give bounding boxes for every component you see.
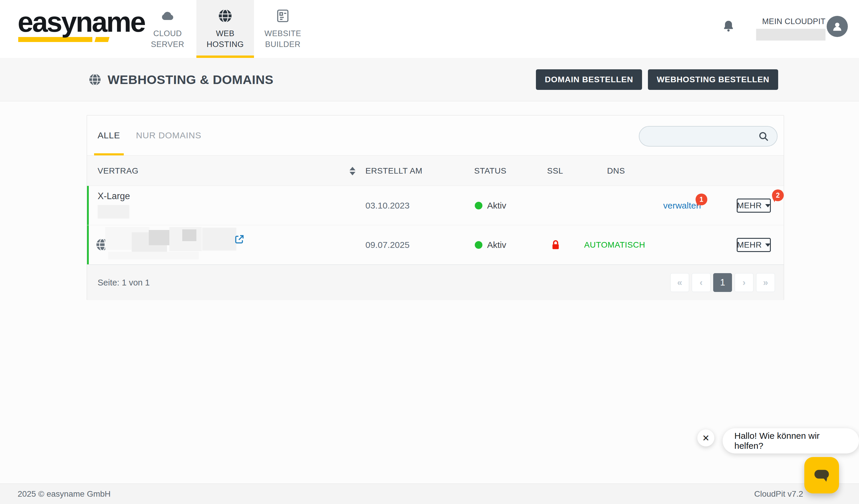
nav-label: WEBSITE BUILDER (264, 28, 301, 50)
verwalten-link[interactable]: verwalten (663, 186, 701, 225)
mehr-label: MEHR (737, 240, 762, 250)
nav-item-website-builder[interactable]: WEBSITE BUILDER (254, 0, 312, 58)
column-header-vertrag[interactable]: VERTRAG (97, 156, 138, 186)
status-dot-green (475, 202, 482, 209)
ssl-red-lock-icon[interactable] (550, 238, 561, 252)
tab-alle[interactable]: ALLE (94, 115, 124, 155)
status-cell: Aktiv (475, 186, 506, 225)
chat-bubble-icon (813, 468, 831, 483)
cloud-icon (160, 8, 175, 23)
prev-page-button[interactable]: ‹ (692, 273, 710, 292)
chevron-down-icon (765, 243, 770, 247)
external-link-icon[interactable] (234, 234, 245, 245)
nav-label: CLOUD SERVER (151, 28, 184, 50)
table-header: VERTRAG ERSTELLT AM STATUS SSL DNS (87, 155, 784, 186)
nav-label: WEB HOSTING (207, 28, 244, 50)
redacted-contract-detail (97, 205, 129, 219)
contracts-card: ALLE NUR DOMAINS VERTRAG ERSTELLT AM STA… (87, 115, 784, 300)
table-row-domain: 09.07.2025 Aktiv AUTOMATISCH MEHR (87, 225, 784, 265)
account-name-redacted (756, 29, 826, 41)
column-header-dns: DNS (607, 156, 625, 186)
copyright-text: 2025 © easyname GmbH (18, 484, 110, 504)
account-menu[interactable]: MEIN CLOUDPIT (750, 17, 826, 41)
search-box (639, 126, 778, 146)
contract-name-block: X-Large (97, 191, 130, 219)
main-nav: CLOUD SERVER WEB HOSTING WEBSITE BUILDER (139, 0, 312, 58)
nav-item-cloud-server[interactable]: CLOUD SERVER (139, 0, 196, 58)
tab-nur-domains[interactable]: NUR DOMAINS (133, 115, 205, 155)
ssl-cell (547, 225, 564, 265)
browser-builder-icon (275, 8, 290, 23)
logo-text: easyname (18, 6, 145, 38)
footer: 2025 © easyname GmbH CloudPit v7.2 (0, 484, 859, 504)
status-cell: Aktiv (475, 225, 506, 265)
created-date: 03.10.2023 (365, 186, 409, 225)
tabs-row: ALLE NUR DOMAINS (87, 115, 784, 155)
avatar[interactable] (827, 16, 848, 37)
created-date: 09.07.2025 (365, 225, 409, 265)
chat-greeting-text: Hallo! Wie können wir helfen? (734, 431, 847, 451)
pagination-bar: Seite: 1 von 1 « ‹ 1 › » (87, 265, 784, 300)
close-icon: ✕ (702, 433, 709, 443)
column-header-status: STATUS (474, 156, 507, 186)
header-buttons: DOMAIN BESTELLEN WEBHOSTING BESTELLEN (536, 69, 778, 90)
last-page-button[interactable]: » (756, 273, 775, 292)
sort-desc-arrow (349, 172, 356, 175)
chat-close-button[interactable]: ✕ (697, 429, 714, 446)
redacted-domain-name (105, 227, 238, 256)
dns-mode-label[interactable]: AUTOMATISCH (579, 225, 650, 265)
mehr-dropdown-button[interactable]: MEHR (737, 199, 771, 212)
order-domain-button[interactable]: DOMAIN BESTELLEN (536, 69, 642, 90)
page-title: WEBHOSTING & DOMAINS (108, 73, 273, 87)
first-page-button[interactable]: « (670, 273, 689, 292)
page-title-wrap: WEBHOSTING & DOMAINS (88, 58, 273, 101)
status-label: Aktiv (487, 201, 506, 210)
status-dot-green (475, 241, 482, 249)
account-label: MEIN CLOUDPIT (750, 17, 826, 26)
version-text: CloudPit v7.2 (754, 484, 803, 504)
mehr-notification-badge: 2 (772, 189, 784, 201)
status-label: Aktiv (487, 240, 506, 250)
chevron-down-icon (765, 204, 770, 207)
order-webhosting-button[interactable]: WEBHOSTING BESTELLEN (648, 69, 778, 90)
verwalten-notification-badge: 1 (695, 193, 707, 205)
globe-icon (88, 73, 102, 86)
tabs: ALLE NUR DOMAINS (94, 115, 205, 155)
top-navbar: easyname CLOUD SERVER WEB HOSTING WEBSIT… (0, 0, 859, 58)
sort-asc-arrow (349, 167, 356, 170)
nav-item-web-hosting[interactable]: WEB HOSTING (196, 0, 254, 58)
column-header-ssl: SSL (547, 156, 563, 186)
easyname-logo[interactable]: easyname (18, 10, 129, 48)
chat-greeting-bubble[interactable]: Hallo! Wie können wir helfen? (723, 428, 859, 454)
table-row-xlarge: X-Large 03.10.2023 Aktiv verwalten 1 MEH… (87, 186, 784, 225)
notifications-bell-icon[interactable] (722, 19, 735, 35)
sort-icon[interactable] (349, 156, 356, 186)
search-icon[interactable] (758, 131, 769, 142)
pager: « ‹ 1 › » (670, 273, 775, 292)
chat-launcher-button[interactable] (804, 457, 839, 493)
globe-icon (217, 8, 233, 23)
page-count-label: Seite: 1 von 1 (97, 265, 150, 300)
next-page-button[interactable]: › (735, 273, 753, 292)
current-page-button[interactable]: 1 (713, 273, 732, 292)
search-input[interactable] (639, 127, 777, 146)
column-header-erstellt-am: ERSTELLT AM (365, 156, 422, 186)
mehr-label: MEHR (737, 201, 762, 210)
page-header: WEBHOSTING & DOMAINS DOMAIN BESTELLEN WE… (0, 58, 859, 101)
mehr-dropdown-button[interactable]: MEHR (737, 238, 771, 252)
contract-name: X-Large (97, 191, 130, 202)
